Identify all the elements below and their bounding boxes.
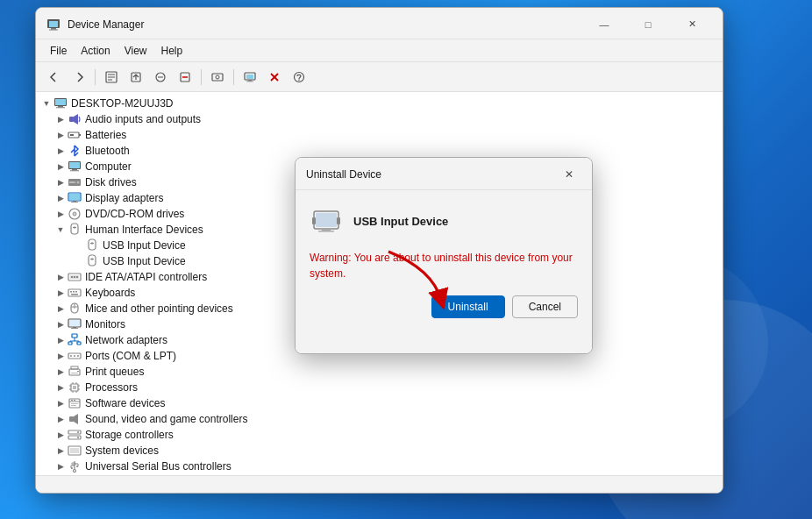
toolbar-remove[interactable] <box>263 67 286 88</box>
toolbar-update-driver[interactable] <box>125 67 147 88</box>
usb-controllers-icon <box>68 459 82 473</box>
svg-rect-69 <box>73 327 76 328</box>
tree-system[interactable]: ▶ System devices <box>36 443 723 459</box>
expand-storage[interactable]: ▶ <box>53 428 68 442</box>
toolbar-back[interactable] <box>43 67 66 88</box>
expand-root[interactable]: ▼ <box>39 96 53 110</box>
svg-rect-17 <box>248 80 252 82</box>
toolbar-help[interactable] <box>288 67 310 88</box>
display-icon <box>68 191 82 205</box>
menu-help[interactable]: Help <box>154 42 190 60</box>
expand-usb-controllers[interactable]: ▶ <box>53 459 68 473</box>
expand-keyboards[interactable]: ▶ <box>53 286 68 300</box>
toolbar-disable[interactable] <box>149 67 172 88</box>
tree-root[interactable]: ▼ DESKTOP-M2UUJ3D <box>36 96 723 111</box>
tree-print[interactable]: ▶ Print queues <box>36 364 723 380</box>
svg-rect-16 <box>246 75 253 79</box>
expand-computer[interactable]: ▶ <box>53 160 68 174</box>
mice-label: Mice and other pointing devices <box>85 302 233 315</box>
dialog-close-button[interactable]: ✕ <box>557 165 581 184</box>
svg-rect-99 <box>71 400 73 401</box>
svg-rect-61 <box>73 291 75 293</box>
svg-rect-25 <box>58 106 63 107</box>
svg-point-110 <box>74 470 76 473</box>
monitors-icon <box>68 317 82 331</box>
expand-software[interactable]: ▶ <box>53 396 68 410</box>
uninstall-button[interactable]: Uninstall <box>431 295 505 318</box>
svg-point-113 <box>71 467 73 469</box>
tree-audio[interactable]: ▶ Audio inputs and outputs <box>36 111 723 127</box>
toolbar-scan[interactable] <box>206 67 229 88</box>
svg-rect-103 <box>69 416 74 422</box>
expand-ports[interactable]: ▶ <box>53 349 68 363</box>
expand-print[interactable]: ▶ <box>53 365 68 379</box>
audio-label: Audio inputs and outputs <box>85 113 201 125</box>
svg-rect-59 <box>68 289 81 296</box>
svg-point-22 <box>298 79 299 80</box>
svg-rect-72 <box>68 342 72 345</box>
svg-rect-37 <box>69 181 75 183</box>
expand-network[interactable]: ▶ <box>53 333 68 347</box>
tree-batteries[interactable]: ▶ Batteries <box>36 127 723 143</box>
maximize-button[interactable]: □ <box>628 12 668 37</box>
expand-hid[interactable]: ▼ <box>53 223 68 237</box>
svg-rect-118 <box>312 217 316 224</box>
hid-icon <box>68 223 82 237</box>
expand-display[interactable]: ▶ <box>53 191 68 205</box>
svg-rect-84 <box>71 373 78 373</box>
tree-sound[interactable]: ▶ Sound, video and game controllers <box>36 411 723 427</box>
root-label: DESKTOP-M2UUJ3D <box>71 97 173 110</box>
expand-dvd[interactable]: ▶ <box>53 207 68 221</box>
toolbar-monitor[interactable] <box>239 67 261 88</box>
dvd-icon <box>68 207 82 221</box>
expand-system[interactable]: ▶ <box>53 444 68 458</box>
computer-label: Computer <box>85 160 132 173</box>
expand-ide[interactable]: ▶ <box>53 270 68 284</box>
menu-file[interactable]: File <box>43 42 74 60</box>
usb1-label: USB Input Device <box>103 239 186 252</box>
expand-processors[interactable]: ▶ <box>53 380 68 395</box>
expand-disk[interactable]: ▶ <box>53 175 68 189</box>
menu-action[interactable]: Action <box>74 42 117 60</box>
sound-icon <box>68 412 82 426</box>
toolbar-sep-3 <box>233 69 234 85</box>
toolbar-properties[interactable] <box>100 67 123 88</box>
svg-rect-71 <box>72 334 77 338</box>
expand-batteries[interactable]: ▶ <box>53 128 68 142</box>
svg-point-44 <box>74 213 75 215</box>
batteries-label: Batteries <box>85 129 126 141</box>
expand-sound[interactable]: ▶ <box>53 412 68 426</box>
expand-audio[interactable]: ▶ <box>53 112 68 126</box>
bluetooth-icon <box>68 144 82 158</box>
print-icon <box>68 365 82 379</box>
expand-monitors[interactable]: ▶ <box>53 317 68 331</box>
menu-view[interactable]: View <box>118 42 154 60</box>
svg-rect-32 <box>69 162 80 168</box>
svg-rect-34 <box>70 170 79 171</box>
usb1-icon <box>85 238 99 252</box>
toolbar-uninstall[interactable] <box>174 67 196 88</box>
tree-software[interactable]: ▶ Software devices <box>36 395 723 411</box>
toolbar-forward[interactable] <box>68 67 90 88</box>
cancel-button[interactable]: Cancel <box>512 295 578 318</box>
ports-label: Ports (COM & LPT) <box>85 350 176 362</box>
svg-point-14 <box>216 75 219 79</box>
storage-icon <box>68 428 82 442</box>
print-label: Print queues <box>85 366 144 378</box>
expand-bluetooth[interactable]: ▶ <box>53 144 68 158</box>
svg-rect-62 <box>75 291 77 293</box>
tree-usb-controllers[interactable]: ▶ Universal Serial Bus controllers <box>36 459 723 474</box>
dialog-title: Uninstall Device <box>306 168 381 181</box>
minimize-button[interactable]: — <box>584 12 624 37</box>
storage-label: Storage controllers <box>85 429 174 441</box>
svg-rect-1 <box>49 21 58 27</box>
close-button[interactable]: ✕ <box>672 12 712 37</box>
tree-processors[interactable]: ▶ Processors <box>36 380 723 395</box>
expand-mice[interactable]: ▶ <box>53 302 68 316</box>
svg-point-106 <box>77 431 79 433</box>
dialog-warning: Warning: You are about to uninstall this… <box>310 250 578 281</box>
tree-storage[interactable]: ▶ Storage controllers <box>36 427 723 443</box>
toolbar <box>36 62 723 92</box>
disk-icon <box>68 175 82 189</box>
dvd-label: DVD/CD-ROM drives <box>85 208 184 220</box>
